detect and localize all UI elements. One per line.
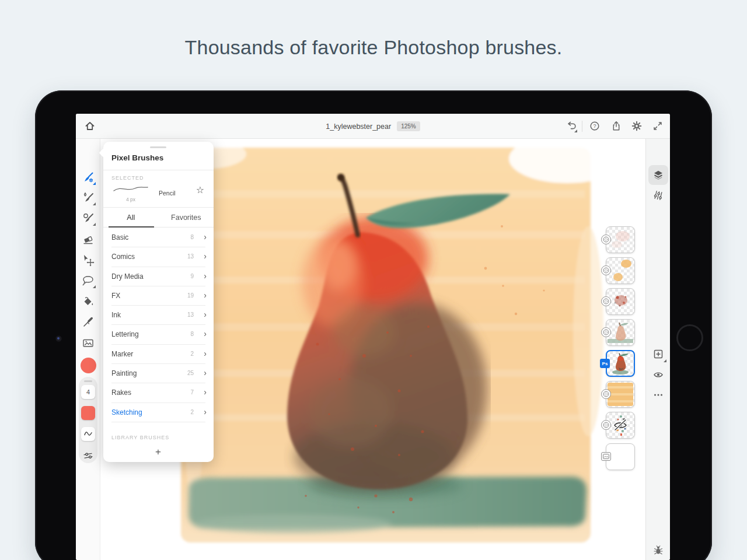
panel-drag-handle[interactable]	[150, 146, 166, 148]
category-label: Basic	[111, 233, 128, 242]
undo-button[interactable]	[563, 118, 579, 134]
home-icon	[84, 120, 96, 132]
device-home-button[interactable]	[676, 324, 703, 351]
category-label: Painting	[111, 369, 137, 377]
category-count: 2	[190, 351, 194, 357]
category-count: 8	[190, 234, 194, 240]
tab-favorites[interactable]: Favorites	[159, 208, 214, 228]
help-button[interactable]: ?	[587, 118, 603, 134]
quick-color-swatch[interactable]	[81, 406, 95, 420]
move-tool[interactable]	[79, 251, 97, 270]
layer-badge-icon[interactable]	[601, 327, 611, 337]
tab-all[interactable]: All	[103, 208, 159, 228]
svg-text:?: ?	[593, 123, 596, 129]
brush-size-label: 4 px	[111, 197, 150, 202]
layer-badge-icon[interactable]	[601, 265, 611, 275]
feedback-bug-button[interactable]	[648, 540, 668, 560]
fill-tool[interactable]	[79, 292, 97, 311]
quick-settings-group: 4	[79, 377, 97, 463]
category-label: Ink	[111, 311, 121, 319]
zoom-level-badge[interactable]: 125%	[397, 121, 420, 131]
category-row-comics[interactable]: Comics 13 ›	[103, 247, 214, 267]
smoothing-toggle[interactable]	[81, 427, 95, 441]
sliders-icon	[82, 450, 94, 461]
favorite-star-icon[interactable]: ☆	[194, 184, 206, 196]
selected-brush-name: Pencil	[159, 190, 176, 197]
category-row-lettering[interactable]: Lettering 8 ›	[103, 325, 214, 344]
add-layer-options-indicator	[664, 359, 666, 362]
category-label: Rakes	[111, 388, 131, 397]
category-label: FX	[111, 292, 120, 300]
eraser-tool[interactable]	[79, 230, 97, 249]
chevron-right-icon: ›	[204, 407, 207, 416]
wave-icon	[83, 429, 93, 439]
layer-thumbnail-5-selected[interactable]	[606, 350, 635, 377]
category-row-sketching[interactable]: Sketching 2 ›	[103, 403, 214, 422]
category-label: Dry Media	[111, 272, 144, 281]
selected-section-label: SELECTED	[111, 175, 144, 181]
lasso-tool[interactable]	[79, 271, 97, 290]
pixel-brush-tool[interactable]	[79, 168, 97, 187]
brush-size-value[interactable]: 4	[81, 385, 95, 399]
layer-properties-button[interactable]	[648, 186, 668, 205]
right-taskbar	[645, 139, 670, 560]
category-row-basic[interactable]: Basic 8 ›	[103, 228, 214, 247]
brush-settings-button[interactable]	[81, 449, 95, 463]
share-button[interactable]	[608, 118, 624, 134]
category-row-dry-media[interactable]: Dry Media 9 ›	[103, 267, 214, 286]
settings-button[interactable]	[629, 118, 645, 134]
add-brush-button[interactable]: +	[150, 446, 166, 460]
mixer-brush-tool[interactable]	[79, 209, 97, 228]
category-row-marker[interactable]: Marker 2 ›	[103, 345, 214, 364]
chevron-right-icon: ›	[204, 271, 207, 281]
more-ellipsis-icon	[652, 389, 664, 401]
chevron-right-icon: ›	[204, 290, 207, 300]
layer-badge-icon[interactable]	[601, 420, 611, 430]
add-layer-icon	[652, 348, 664, 360]
brush-stroke-preview	[111, 183, 150, 195]
category-count: 19	[187, 292, 194, 299]
more-options-button[interactable]	[648, 385, 668, 405]
category-row-painting[interactable]: Painting 25 ›	[103, 364, 214, 383]
category-count: 25	[187, 370, 194, 376]
layer-badge-icon[interactable]	[601, 389, 611, 399]
background-layer-icon[interactable]	[601, 452, 611, 461]
headline: Thousands of favorite Photoshop brushes.	[0, 36, 747, 59]
category-label: Comics	[111, 253, 135, 261]
tool-flyout-indicator	[93, 182, 96, 185]
category-count: 8	[190, 331, 194, 337]
category-row-rakes[interactable]: Rakes 7 ›	[103, 383, 214, 402]
layer-badge-icon[interactable]	[601, 235, 611, 244]
layer-visibility-button[interactable]	[648, 365, 668, 384]
place-image-tool[interactable]	[79, 334, 97, 352]
library-brushes-label: LIBRARY BRUSHES	[111, 435, 169, 440]
chevron-right-icon: ›	[204, 387, 207, 397]
live-brush-tool[interactable]	[79, 188, 97, 207]
category-row-ink[interactable]: Ink 13 ›	[103, 306, 214, 325]
layer-badge-icon[interactable]	[601, 296, 611, 306]
image-icon	[81, 336, 95, 350]
chevron-right-icon: ›	[204, 329, 207, 338]
pixel-brushes-panel: Pixel Brushes SELECTED 4 px Pencil ☆ All…	[103, 142, 214, 462]
quick-settings-handle[interactable]	[84, 380, 92, 382]
add-layer-button[interactable]	[648, 344, 668, 364]
brush-tabs: All Favorites	[103, 208, 214, 228]
tool-flyout-indicator	[93, 285, 96, 288]
divider	[103, 170, 214, 170]
chevron-right-icon: ›	[204, 232, 207, 242]
eyedropper-tool[interactable]	[79, 313, 97, 331]
layers-panel-button[interactable]	[648, 165, 668, 185]
category-count: 9	[190, 273, 194, 279]
foreground-color-swatch[interactable]	[81, 358, 96, 373]
topbar-divider	[582, 121, 582, 132]
panel-title: Pixel Brushes	[111, 153, 163, 162]
ps-layer-badge[interactable]: Ps	[600, 359, 610, 368]
app-screen: 1_kylewebster_pear 125% ?	[76, 114, 670, 560]
eyedropper-icon	[81, 315, 95, 329]
tool-rail: 4	[76, 139, 100, 560]
home-button[interactable]	[82, 118, 98, 134]
category-row-fx[interactable]: FX 19 ›	[103, 286, 214, 306]
help-icon: ?	[589, 120, 601, 132]
fullscreen-button[interactable]	[650, 118, 666, 134]
tool-flyout-indicator	[93, 223, 96, 226]
